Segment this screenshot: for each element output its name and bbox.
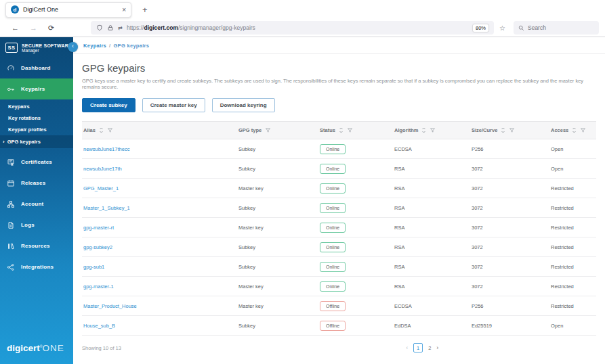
key-icon [7, 85, 15, 93]
keypair-alias-link[interactable]: House_sub_B [83, 323, 115, 329]
app-name: SECURE SOFTWARE [22, 43, 72, 48]
search-placeholder: Search [528, 24, 546, 31]
forward-icon[interactable]: → [30, 24, 37, 32]
sidebar-item-releases[interactable]: Releases [0, 173, 73, 194]
table-row[interactable]: newsubJune17th Subkey Online RSA 3072 Op… [82, 159, 596, 179]
keypair-alias-link[interactable]: gpg-subkey2 [83, 244, 112, 250]
filter-icon[interactable] [580, 127, 586, 133]
filter-icon[interactable] [430, 127, 436, 133]
cell-access: Restricted [549, 257, 596, 277]
cell-gpg-type: Master key [237, 296, 318, 316]
table-row[interactable]: gpg-master-1 Master key Online RSA 3072 … [82, 277, 596, 296]
close-tab-icon[interactable]: × [122, 6, 126, 14]
keypair-alias-link[interactable]: Master_Product_House [83, 303, 137, 309]
page-1-button[interactable]: 1 [413, 343, 423, 352]
reload-icon[interactable]: ⟳ [48, 24, 54, 32]
new-tab-button[interactable]: + [142, 5, 148, 15]
sidebar-subitem-key-rotations[interactable]: Key rotations [0, 112, 73, 124]
breadcrumb: Keypairs / GPG keypairs [73, 37, 605, 54]
cell-access: Restricted [549, 296, 596, 316]
cell-algorithm: ECDSA [393, 296, 470, 316]
sidebar-subitem-keypair-profiles[interactable]: Keypair profiles [0, 124, 73, 135]
keypair-alias-link[interactable]: Master_1_Subkey_1 [83, 205, 130, 211]
shield-icon[interactable] [96, 24, 103, 31]
cell-size-curve: 3072 [470, 277, 549, 296]
cell-algorithm: RSA [393, 218, 470, 237]
bookmark-star-icon[interactable]: ☆ [499, 24, 505, 32]
browser-tab[interactable]: d DigiCert One × [5, 2, 131, 18]
cell-size-curve: 3072 [470, 179, 549, 198]
integrations-nodes-icon [7, 263, 15, 271]
keypair-alias-link[interactable]: gpg-sub1 [83, 264, 104, 270]
cell-access: Restricted [549, 237, 596, 257]
sidebar-item-keypairs[interactable]: Keypairs [0, 78, 73, 99]
zoom-level-indicator[interactable]: 80% [473, 24, 488, 32]
table-row[interactable]: Master_1_Subkey_1 Subkey Online RSA 3072… [82, 198, 596, 218]
keypair-alias-link[interactable]: gpg-master-1 [83, 283, 114, 290]
table-row[interactable]: gpg-subkey2 Subkey Online RSA 3072 Restr… [82, 237, 596, 257]
table-row[interactable]: House_sub_B Subkey Offline EdDSA Ed25519… [82, 316, 596, 336]
sort-icon[interactable] [99, 127, 104, 133]
column-header-algorithm[interactable]: Algorithm [393, 122, 470, 139]
search-icon [518, 25, 524, 31]
keypair-alias-link[interactable]: newsubJune17th [83, 166, 122, 172]
sidebar-collapse-button[interactable]: ‹ [68, 42, 78, 52]
sidebar-item-certificates[interactable]: Certificates [0, 152, 73, 173]
keypair-alias-link[interactable]: gpg-master-rt [83, 225, 114, 231]
sidebar-subitem-keypairs[interactable]: Keypairs [0, 101, 73, 112]
filter-icon[interactable] [265, 127, 271, 133]
column-header-access[interactable]: Access [549, 122, 596, 139]
cell-size-curve: 3072 [470, 237, 549, 257]
table-row[interactable]: newsubJune17thecc Subkey Online ECDSA P2… [82, 139, 596, 159]
download-keyring-button[interactable]: Download keyring [212, 98, 275, 112]
column-header-alias[interactable]: Alias [82, 122, 237, 139]
filter-icon[interactable] [347, 127, 353, 133]
keypair-alias-link[interactable]: newsubJune17thecc [83, 146, 129, 152]
back-icon[interactable]: ← [12, 24, 19, 32]
table-row[interactable]: Master_Product_House Master key Offline … [82, 296, 596, 316]
keypair-alias-link[interactable]: GPG_Master_1 [83, 185, 119, 191]
cell-gpg-type: Subkey [237, 198, 318, 218]
cell-algorithm: RSA [393, 159, 470, 179]
previous-page-icon[interactable]: ‹ [406, 344, 408, 351]
sort-icon[interactable] [501, 127, 505, 133]
cell-size-curve: 3072 [470, 218, 549, 237]
cell-algorithm: RSA [393, 257, 470, 277]
table-row[interactable]: GPG_Master_1 Master key Online RSA 3072 … [82, 179, 596, 198]
main-content: Keypairs / GPG keypairs GPG keypairs GPG… [73, 37, 605, 364]
sidebar-item-dashboard[interactable]: Dashboard [0, 58, 73, 78]
cell-access: Restricted [549, 277, 596, 296]
cell-algorithm: EdDSA [393, 316, 470, 336]
next-page-icon[interactable]: › [436, 344, 438, 351]
url-scheme: https:// [127, 24, 144, 31]
lock-icon[interactable] [107, 24, 114, 31]
page-2-button[interactable]: 2 [428, 345, 431, 351]
create-master-key-button[interactable]: Create master key [142, 98, 205, 112]
filter-icon[interactable] [509, 127, 515, 133]
page-description: GPG keys use a master key to certify and… [82, 78, 596, 90]
sidebar-subitem-gpg-keypairs[interactable]: ›GPG keypairs [0, 135, 73, 148]
sidebar-item-account[interactable]: Account [0, 194, 73, 214]
table-row[interactable]: gpg-sub1 Subkey Online RSA 3072 Restrict… [82, 257, 596, 277]
status-badge: Online [320, 281, 346, 292]
table-row[interactable]: gpg-master-rt Master key Online RSA 3072… [82, 218, 596, 237]
column-header-gpg-type[interactable]: GPG type [237, 122, 318, 139]
filter-icon[interactable] [107, 127, 113, 133]
create-subkey-button[interactable]: Create subkey [82, 98, 135, 112]
url-bar[interactable]: ⇄ https://digicert.com/signingmanager/gp… [91, 21, 494, 35]
cell-access: Open [549, 316, 596, 336]
cell-gpg-type: Master key [237, 179, 318, 198]
column-header-size-curve[interactable]: Size/Curve [470, 122, 549, 139]
sort-icon[interactable] [339, 127, 343, 133]
breadcrumb-keypairs-link[interactable]: Keypairs [83, 43, 106, 49]
sort-icon[interactable] [572, 127, 577, 133]
sidebar-item-integrations[interactable]: Integrations [0, 256, 73, 277]
column-header-status[interactable]: Status [318, 122, 393, 139]
sidebar-item-resources[interactable]: Resources [0, 235, 73, 256]
sidebar-item-logs[interactable]: Logs [0, 214, 73, 235]
sort-icon[interactable] [421, 127, 426, 133]
cell-gpg-type: Subkey [237, 257, 318, 277]
browser-search-field[interactable]: Search [514, 21, 599, 35]
permissions-icon[interactable]: ⇄ [118, 25, 123, 31]
digicert-favicon-icon: d [11, 5, 19, 14]
